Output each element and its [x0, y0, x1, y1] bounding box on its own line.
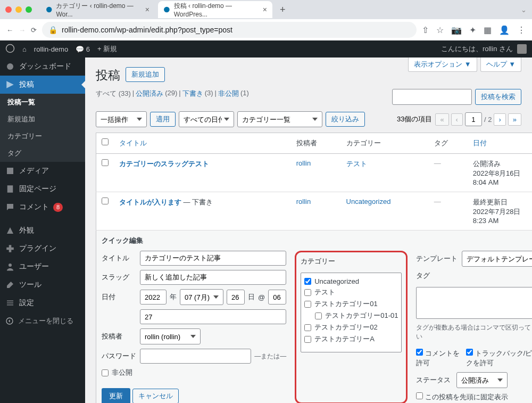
avatar-icon[interactable]: [517, 44, 527, 54]
menu-posts[interactable]: 投稿: [0, 76, 85, 94]
cat-option[interactable]: [304, 324, 311, 331]
star-icon[interactable]: ☆: [436, 25, 444, 35]
row-checkbox[interactable]: [102, 159, 109, 166]
qe-status-select[interactable]: 公開済み: [456, 372, 508, 388]
menu-comments[interactable]: コメント8: [0, 198, 85, 216]
update-button[interactable]: 更新: [102, 388, 130, 403]
submenu-new-post[interactable]: 新規追加: [0, 111, 85, 128]
category-link[interactable]: Uncategorized: [346, 198, 391, 205]
submenu-tags[interactable]: タグ: [0, 145, 85, 162]
col-title[interactable]: タイトル: [119, 139, 147, 147]
qe-hour[interactable]: [268, 290, 286, 305]
filter-published[interactable]: 公開済み: [136, 89, 163, 105]
qe-title-input[interactable]: [140, 251, 286, 266]
col-category: カテゴリー: [341, 133, 429, 154]
cancel-button[interactable]: キャンセル: [132, 389, 179, 403]
browser-tab-inactive[interactable]: カテゴリー ‹ rollin-demo — Wor...×: [40, 1, 155, 18]
menu-plugins[interactable]: プラグイン: [0, 240, 85, 258]
new-content-button[interactable]: + 新規: [97, 44, 117, 54]
apply-button[interactable]: 適用: [150, 112, 176, 127]
greeting[interactable]: こんにちは、rollin さん: [441, 44, 513, 54]
search-input[interactable]: [392, 89, 472, 105]
post-title-link[interactable]: タイトルが入ります: [119, 198, 181, 206]
comments-icon[interactable]: 💬 6: [76, 45, 90, 53]
col-author: 投稿者: [291, 133, 341, 154]
cat-option[interactable]: [304, 336, 311, 343]
collapse-menu[interactable]: メニューを閉じる: [0, 312, 85, 330]
cat-option[interactable]: [304, 278, 311, 285]
col-date[interactable]: 日付: [473, 139, 487, 147]
row-checkbox[interactable]: [102, 198, 109, 204]
help-button[interactable]: ヘルプ ▼: [480, 57, 521, 72]
camera-icon[interactable]: 📷: [451, 25, 462, 35]
reload-icon[interactable]: ⟳: [31, 26, 37, 34]
qe-slug-input[interactable]: [140, 270, 286, 285]
svg-rect-9: [7, 305, 13, 306]
screen-options-button[interactable]: 表示オプション ▼: [408, 57, 477, 72]
qe-tags-input[interactable]: [416, 287, 532, 319]
address-bar[interactable]: 🔒rollin-demo.com/wp-admin/edit.php?post_…: [42, 22, 417, 38]
lock-icon: 🔒: [48, 26, 57, 34]
menu-appearance[interactable]: 外観: [0, 221, 85, 240]
prev-page[interactable]: ‹: [451, 113, 463, 126]
category-link[interactable]: テスト: [346, 160, 367, 168]
qe-month[interactable]: 07 (7月): [180, 289, 223, 305]
category-filter-select[interactable]: カテゴリー一覧: [237, 111, 322, 127]
add-new-button[interactable]: 新規追加: [126, 67, 165, 82]
author-link[interactable]: rollin: [296, 198, 311, 205]
search-posts-button[interactable]: 投稿を検索: [475, 89, 521, 105]
qe-year[interactable]: [140, 290, 167, 305]
post-status-filters: すべて (33) | 公開済み (29) | 下書き (3) | 非公開 (1)…: [96, 86, 521, 108]
qe-private-checkbox[interactable]: [102, 369, 109, 376]
select-all-checkbox[interactable]: [102, 138, 109, 145]
admin-sidebar: ダッシュボード 投稿 投稿一覧 新規追加 カテゴリー タグ メディア 固定ページ…: [0, 57, 85, 403]
extensions-icon[interactable]: ✦: [469, 25, 476, 35]
allow-comments-checkbox[interactable]: [416, 349, 423, 356]
sticky-checkbox[interactable]: [416, 392, 423, 399]
last-page[interactable]: »: [508, 113, 521, 126]
apps-icon[interactable]: ▦: [484, 25, 492, 35]
qe-template-select[interactable]: デフォルトテンプレート: [462, 251, 532, 267]
category-checklist[interactable]: Uncategorized テスト テストカテゴリー01 テストカテゴリー01-…: [301, 273, 402, 352]
qe-password-input[interactable]: [140, 349, 251, 364]
menu-tools[interactable]: ツール: [0, 276, 85, 294]
menu-icon[interactable]: ⋮: [517, 25, 526, 35]
wordpress-logo-icon[interactable]: [5, 44, 15, 55]
cat-option[interactable]: [315, 312, 322, 319]
chevron-down-icon[interactable]: ⌄: [521, 6, 532, 14]
back-icon[interactable]: ←: [6, 26, 13, 34]
menu-dashboard[interactable]: ダッシュボード: [0, 57, 85, 76]
author-link[interactable]: rollin: [296, 159, 311, 167]
first-page[interactable]: «: [435, 113, 448, 126]
browser-tab-active[interactable]: 投稿 ‹ rollin-demo — WordPres...×: [158, 1, 272, 18]
forward-icon[interactable]: →: [19, 26, 26, 34]
menu-pages[interactable]: 固定ページ: [0, 180, 85, 198]
post-title-link[interactable]: カテゴリーのスラッグテスト: [119, 160, 209, 168]
qe-author-select[interactable]: rollin (rollin): [140, 328, 201, 344]
filter-draft[interactable]: 下書き: [182, 89, 203, 105]
allow-pings-checkbox[interactable]: [466, 349, 473, 356]
date-filter-select[interactable]: すべての日付: [179, 111, 234, 127]
current-page-input[interactable]: [465, 112, 482, 126]
share-icon[interactable]: ⇧: [422, 25, 429, 35]
menu-settings[interactable]: 設定: [0, 294, 85, 312]
next-page[interactable]: ›: [494, 113, 505, 126]
cat-option[interactable]: [304, 289, 311, 296]
svg-point-6: [9, 264, 12, 267]
qe-min[interactable]: [140, 309, 286, 324]
profile-icon[interactable]: 👤: [499, 25, 510, 35]
filter-private[interactable]: 非公開: [218, 89, 239, 105]
bulk-action-select[interactable]: 一括操作: [96, 111, 147, 127]
svg-point-3: [7, 63, 13, 70]
menu-media[interactable]: メディア: [0, 162, 85, 180]
cat-option[interactable]: [304, 301, 311, 308]
site-name-link[interactable]: rollin-demo: [34, 45, 68, 53]
submenu-all-posts[interactable]: 投稿一覧: [0, 94, 85, 111]
add-tab-button[interactable]: +: [276, 4, 290, 15]
menu-users[interactable]: ユーザー: [0, 258, 85, 276]
home-icon[interactable]: ⌂: [22, 45, 27, 53]
qe-day[interactable]: [227, 290, 245, 305]
filter-button[interactable]: 絞り込み: [326, 112, 365, 127]
submenu-categories[interactable]: カテゴリー: [0, 128, 85, 145]
window-controls: [5, 6, 32, 13]
